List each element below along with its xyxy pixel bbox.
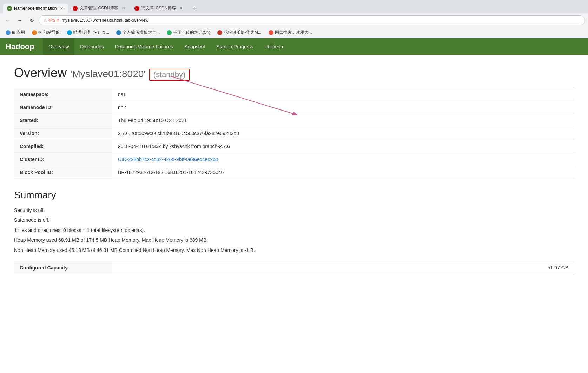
table-row: Cluster ID:CID-228bb7c2-cd32-426d-9f9f-0… — [14, 153, 574, 166]
bookmark-resume[interactable]: 个人简历模板大全... — [113, 29, 163, 36]
bookmark-icon-notes — [167, 30, 172, 35]
tab-icon-namenode: H — [7, 6, 12, 11]
row-label: Started: — [14, 114, 112, 127]
bookmark-icon-apps — [6, 30, 11, 35]
table-row: Version:2.7.6, r085099c66cf28be31604560c… — [14, 127, 574, 140]
table-row: Configured Capacity:51.97 GB — [14, 261, 574, 274]
capacity-value: 51.97 GB — [112, 261, 574, 274]
table-row: Compiled:2018-04-18T01:33Z by kshvachk f… — [14, 140, 574, 153]
summary-line: Security is off. — [14, 206, 574, 214]
forward-button[interactable]: → — [15, 15, 25, 25]
bookmark-icon-huawei — [217, 30, 222, 35]
address-box[interactable]: △ 不安全 myslave01:50070/dfshealth.html#tab… — [39, 15, 585, 25]
bookmark-netdisk[interactable]: 网盘搜索，就用大... — [266, 29, 315, 36]
hadoop-nav: Hadoop Overview Datanodes Datanode Volum… — [0, 38, 588, 55]
table-row: Block Pool ID:BP-1822932612-192.168.8.20… — [14, 166, 574, 179]
refresh-button[interactable]: ↻ — [27, 15, 37, 25]
row-label: Version: — [14, 127, 112, 140]
nav-item-snapshot[interactable]: Snapshot — [179, 38, 211, 55]
row-value: ns1 — [112, 88, 574, 101]
back-button[interactable]: ← — [3, 15, 13, 25]
bookmark-label-nav: ✏ 前站导航 — [38, 29, 60, 35]
row-label: Cluster ID: — [14, 153, 112, 166]
address-bar-row: ← → ↻ △ 不安全 myslave01:50070/dfshealth.ht… — [0, 13, 588, 27]
bookmarks-bar: ⊞ 应用 ✏ 前站导航 哔哩哔哩（'-'）つ... 个人简历模板大全... 任正… — [0, 27, 588, 38]
tab-title-namenode: Namenode information — [14, 6, 57, 11]
bookmark-icon-netdisk — [269, 30, 273, 35]
summary-line: Non Heap Memory used 45.13 MB of 46.31 M… — [14, 246, 574, 254]
tab-close-csdn2[interactable]: ✕ — [178, 6, 184, 11]
tab-icon-csdn1: C — [73, 6, 78, 11]
bookmark-label-netdisk: 网盘搜索，就用大... — [275, 29, 312, 35]
table-row: Namenode ID:nn2 — [14, 101, 574, 114]
new-tab-button[interactable]: + — [189, 4, 199, 13]
bookmark-icon-resume — [116, 30, 121, 35]
overview-info-table: Namespace:ns1Namenode ID:nn2Started:Thu … — [14, 88, 574, 179]
page-title-section: Overview 'Myslave01:8020' (standby) — [14, 66, 574, 81]
nav-item-datanodes[interactable]: Datanodes — [74, 38, 110, 55]
tab-title-csdn2: 写文章-CSDN博客 — [141, 5, 176, 11]
nav-item-overview[interactable]: Overview — [43, 38, 74, 55]
tab-icon-csdn2: C — [134, 6, 139, 11]
summary-capacity-table: Configured Capacity:51.97 GB — [14, 261, 574, 274]
standby-badge: (standby) — [149, 69, 190, 81]
bookmark-notes[interactable]: 任正非传的笔记(54) — [164, 29, 213, 36]
bookmark-bilibili[interactable]: 哔哩哔哩（'-'）つ... — [64, 29, 112, 36]
tab-close-csdn1[interactable]: ✕ — [120, 6, 126, 11]
overview-heading: Overview — [14, 66, 67, 80]
bookmark-icon-nav — [32, 30, 37, 35]
tab-title-csdn1: 文章管理-CSDN博客 — [80, 5, 118, 11]
row-label: Namenode ID: — [14, 101, 112, 114]
svg-text:H: H — [8, 7, 11, 10]
summary-line: 1 files and directories, 0 blocks = 1 to… — [14, 226, 574, 234]
row-label: Namespace: — [14, 88, 112, 101]
nav-items: Overview Datanodes Datanode Volume Failu… — [43, 38, 289, 55]
row-value: Thu Feb 04 19:58:10 CST 2021 — [112, 114, 574, 127]
tab-bar: H Namenode information ✕ C 文章管理-CSDN博客 ✕… — [0, 0, 588, 13]
tab-csdn2[interactable]: C 写文章-CSDN博客 ✕ — [130, 3, 188, 13]
bookmark-apps[interactable]: ⊞ 应用 — [3, 29, 28, 36]
row-value: nn2 — [112, 101, 574, 114]
browser-chrome: H Namenode information ✕ C 文章管理-CSDN博客 ✕… — [0, 0, 588, 38]
svg-text:C: C — [136, 7, 138, 10]
summary-title: Summary — [14, 189, 574, 201]
bookmark-nav[interactable]: ✏ 前站导航 — [29, 29, 62, 36]
security-warning: △ 不安全 — [43, 18, 60, 23]
bookmark-label-huawei: 花粉俱乐部-华为M... — [224, 29, 262, 35]
tab-namenode[interactable]: H Namenode information ✕ — [3, 4, 68, 13]
address-text: myslave01:50070/dfshealth.html#tab-overv… — [62, 18, 148, 23]
main-content: Overview 'Myslave01:8020' (standby) Name… — [0, 55, 588, 285]
summary-lines: Security is off.Safemode is off.1 files … — [14, 206, 574, 254]
row-label: Block Pool ID: — [14, 166, 112, 179]
tab-close-namenode[interactable]: ✕ — [59, 6, 64, 11]
nav-item-datanode-volume-failures[interactable]: Datanode Volume Failures — [110, 38, 179, 55]
row-value: 2018-04-18T01:33Z by kshvachk from branc… — [112, 140, 574, 153]
bookmark-icon-bilibili — [67, 30, 72, 35]
table-row: Namespace:ns1 — [14, 88, 574, 101]
row-value: 2.7.6, r085099c66cf28be31604560c376fa282… — [112, 127, 574, 140]
utilities-dropdown-arrow: ▾ — [282, 45, 283, 49]
summary-line: Heap Memory used 68.91 MB of 174.5 MB He… — [14, 236, 574, 244]
summary-line: Safemode is off. — [14, 216, 574, 224]
row-value[interactable]: CID-228bb7c2-cd32-426d-9f9f-0e96ec4ec2bb — [112, 153, 574, 166]
svg-text:C: C — [74, 7, 77, 10]
hadoop-brand: Hadoop — [6, 42, 34, 51]
capacity-label: Configured Capacity: — [14, 261, 112, 274]
bookmark-label-apps: ⊞ 应用 — [12, 29, 25, 35]
nav-item-utilities[interactable]: Utilities ▾ — [259, 38, 289, 55]
bookmark-label-resume: 个人简历模板大全... — [123, 29, 160, 35]
annotation-container: (standby) — [149, 66, 190, 81]
table-row: Started:Thu Feb 04 19:58:10 CST 2021 — [14, 114, 574, 127]
bookmark-label-notes: 任正非传的笔记(54) — [173, 29, 210, 35]
row-value: BP-1822932612-192.168.8.201-161243973504… — [112, 166, 574, 179]
bookmark-label-bilibili: 哔哩哔哩（'-'）つ... — [73, 29, 110, 35]
row-label: Compiled: — [14, 140, 112, 153]
node-name: 'Myslave01:8020' — [70, 68, 146, 80]
nav-item-startup-progress[interactable]: Startup Progress — [211, 38, 259, 55]
tab-csdn1[interactable]: C 文章管理-CSDN博客 ✕ — [68, 3, 130, 13]
bookmark-huawei[interactable]: 花粉俱乐部-华为M... — [214, 29, 264, 36]
